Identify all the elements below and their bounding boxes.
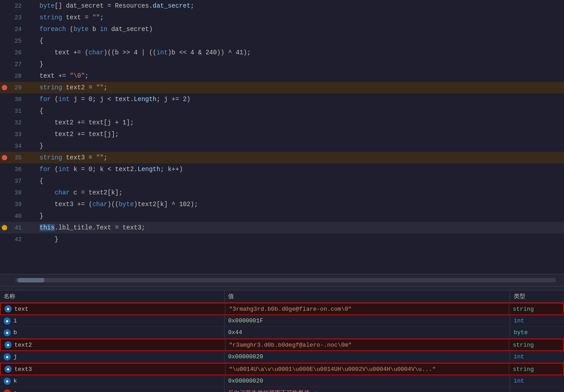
keyword: foreach [40,26,66,33]
line-number: 23 [0,14,27,21]
horizontal-scrollbar[interactable] [15,278,556,282]
var-name: c [13,390,17,392]
line-content: text2 += text[j + 1]; [36,117,134,128]
line-number: 38 [0,189,27,196]
line-content: string text3 = ""; [36,152,107,163]
code-line-23: 23string text = ""; [0,12,564,23]
var-value-cell: "r3amghr3.d0b.b0degf@alero-.noc\0m" [225,340,509,350]
line-number: 33 [0,131,27,138]
code-line-42: 42 } [0,233,564,245]
expand-arrow-icon[interactable]: ↩ [313,389,317,392]
property: Length [137,166,160,173]
line-number: 22 [0,3,27,9]
line-number: 27 [0,61,27,68]
code-line-41: 41this.lbl_title.Text = text3; [0,222,564,233]
var-value: 0x44 [228,329,242,336]
line-content: text3 += (char)((byte)text2[k] ^ 102); [36,198,198,210]
var-value: "\u0014U\a\v\u0001\u000E\u0014UH\u0002V\… [229,366,436,373]
line-content: text += (char)((b >> 4 | ((int)b << 4 & … [36,47,251,58]
code-line-40: 40} [0,210,564,222]
local-var-row[interactable]: ◆text2"r3amghr3.d0b.b0degf@alero-.noc\0m… [0,339,564,351]
var-name-cell: ◆i [0,316,225,326]
line-content: foreach (byte b in dat_secret) [36,23,153,35]
local-var-row[interactable]: ◆text"3rmahg3rd.b0b.d0ge@flare-on.com\0"… [0,303,564,315]
line-content: } [36,140,43,152]
var-type: int [514,353,524,360]
var-type: int [514,378,524,384]
scrollbar-thumb[interactable] [18,278,44,282]
var-type-cell: int [510,376,564,386]
code-line-27: 27} [0,58,564,70]
var-value-cell: "\u0014U\a\v\u0001\u000E\u0014UH\u0002V\… [225,364,509,374]
keyword: in [100,26,107,33]
code-line-37: 37{ [0,175,564,187]
var-icon: ◆ [4,353,11,361]
var-name-cell: ◆text3 [1,364,225,374]
keyword: string [40,154,62,161]
var-name: k [13,378,17,384]
var-value: 0x00000020 [228,353,263,360]
keyword: char [55,189,70,196]
var-value-cell: 0x0000001F [225,316,510,326]
var-type-cell: int [510,316,564,326]
keyword: char [93,201,108,208]
code-line-28: 28text += "\0"; [0,70,564,82]
code-line-35: 35string text3 = ""; [0,152,564,163]
line-number: 30 [0,96,27,103]
local-var-row[interactable]: ◆text3"\u0014U\a\v\u0001\u000E\u0014UH\u… [0,363,564,375]
string-literal: "" [93,14,100,21]
code-line-24: 24foreach (byte b in dat_secret) [0,23,564,35]
keyword: string [40,14,62,21]
local-var-row[interactable]: ◆b0x44byte [0,327,564,339]
var-value-cell: 0x00000020 [225,376,510,386]
keyword: for [40,166,51,173]
code-line-33: 33 text2 += text[j]; [0,128,564,140]
var-type-cell: string [509,304,563,314]
status-bar [0,274,564,286]
code-line-36: 36for (int k = 0; k < text2.Length; k++) [0,163,564,175]
code-editor: 22byte[] dat_secret = Resources.dat_secr… [0,0,564,274]
code-line-30: 30for (int j = 0; j < text.Length; j += … [0,93,564,105]
line-number: 24 [0,26,27,33]
line-content: } [36,210,43,222]
var-value: 反向运算失败的视图不可恢复值 [228,390,310,392]
local-var-row[interactable]: ◆i0x0000001Fint [0,315,564,327]
local-var-row[interactable]: ◆k0x00000020int [0,375,564,387]
line-content: { [36,35,43,47]
string-literal: "" [96,84,104,91]
code-line-31: 31{ [0,105,564,117]
line-content: } [36,233,58,245]
var-icon: ◆ [4,317,11,325]
var-type-cell: byte [510,327,564,338]
line-content: this.lbl_title.Text = text3; [36,222,145,233]
line-content: { [36,175,43,187]
col-header-value: 值 [225,291,510,302]
var-value: "3rmahg3rd.b0b.d0ge@flare-on.com\0" [229,306,352,313]
line-content: } [36,58,43,70]
locals-table-header: 名称 值 类型 [0,291,564,303]
var-value: 0x0000001F [228,317,263,324]
line-content: string text2 = ""; [36,82,107,93]
var-type: string [513,306,534,313]
var-name: text2 [14,342,32,348]
col-header-type: 类型 [510,291,564,302]
code-line-32: 32 text2 += text[j + 1]; [0,117,564,128]
keyword: char [88,49,104,56]
line-number: 40 [0,213,27,220]
line-number: 32 [0,119,27,126]
locals-rows: ◆text"3rmahg3rd.b0b.d0ge@flare-on.com\0"… [0,303,564,392]
col-header-name: 名称 [0,291,225,302]
keyword: byte [74,26,89,33]
line-content: char c = text2[k]; [36,187,123,198]
line-number: 26 [0,49,27,56]
local-var-row[interactable]: ◆j0x00000020int [0,351,564,363]
var-name-cell: ◆k [0,376,225,387]
line-content: text2 += text[j]; [36,128,119,140]
line-number: 25 [0,38,27,44]
selected-text: this [40,224,55,231]
local-var-row[interactable]: ✕c反向运算失败的视图不可恢复值↩ [0,387,564,392]
code-line-39: 39 text3 += (char)((byte)text2[k] ^ 102)… [0,198,564,210]
keyword: byte [119,201,134,208]
string-literal: "\0" [70,72,85,79]
line-content: { [36,105,43,117]
